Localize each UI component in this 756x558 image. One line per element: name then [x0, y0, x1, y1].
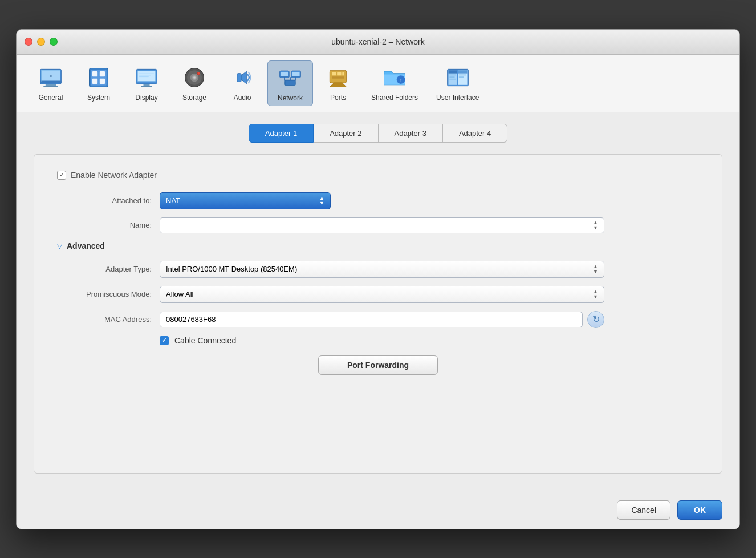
toolbar-item-user-interface[interactable]: User Interface: [428, 60, 487, 106]
tab-adapter1[interactable]: Adapter 1: [249, 124, 314, 143]
tab-adapter3[interactable]: Adapter 3: [379, 124, 443, 143]
svg-rect-54: [449, 74, 456, 75]
shared-folders-icon: ↑: [381, 64, 408, 91]
svg-rect-36: [285, 80, 295, 85]
mac-input[interactable]: [160, 312, 583, 327]
audio-icon: [229, 64, 256, 91]
svg-text:≡: ≡: [50, 74, 52, 79]
toolbar-label-user-interface: User Interface: [436, 94, 479, 102]
adapter-type-row: Adapter Type: Intel PRO/1000 MT Desktop …: [57, 261, 699, 278]
toolbar-item-network[interactable]: Network: [267, 60, 313, 106]
svg-rect-32: [280, 76, 290, 77]
adapter-type-arrows: ▲▼: [593, 264, 598, 274]
network-icon: [277, 64, 304, 92]
svg-rect-20: [139, 76, 148, 77]
promiscuous-select[interactable]: Allow All ▲▼: [160, 286, 604, 303]
storage-icon: [181, 64, 208, 91]
toolbar-label-display: Display: [135, 94, 157, 102]
toolbar-label-storage: Storage: [182, 94, 206, 102]
mac-label: MAC Address:: [57, 315, 160, 324]
toolbar-label-audio: Audio: [234, 94, 251, 102]
ports-icon: [324, 64, 352, 91]
svg-rect-18: [139, 73, 154, 74]
svg-rect-17: [141, 86, 152, 87]
attached-to-control: NAT ▲▼: [160, 192, 604, 209]
toolbar-label-system: System: [87, 94, 110, 102]
promiscuous-value: Allow All: [166, 290, 193, 298]
adapter-type-label: Adapter Type:: [57, 265, 160, 273]
cancel-button[interactable]: Cancel: [617, 500, 670, 520]
attached-to-select[interactable]: NAT ▲▼: [160, 192, 331, 209]
toolbar-item-shared-folders[interactable]: ↑ Shared Folders: [363, 60, 426, 106]
svg-rect-12: [100, 78, 105, 83]
svg-rect-34: [292, 72, 300, 76]
adapter-tabs: Adapter 1 Adapter 2 Adapter 3 Adapter 4: [34, 124, 722, 143]
display-icon: [133, 64, 160, 91]
attached-to-label: Attached to:: [57, 196, 160, 205]
bottom-bar: Cancel OK: [17, 491, 739, 529]
svg-rect-43: [337, 72, 341, 75]
svg-rect-11: [92, 78, 97, 83]
svg-rect-19: [139, 75, 151, 75]
promiscuous-arrows: ▲▼: [593, 289, 598, 300]
mac-input-row: ↻: [160, 311, 604, 328]
promiscuous-label: Promiscuous Mode:: [57, 290, 160, 298]
settings-panel: ✓ Enable Network Adapter Attached to: NA…: [34, 154, 722, 474]
name-control: ▲▼: [160, 217, 604, 233]
adapter-type-value: Intel PRO/1000 MT Desktop (82540EM): [166, 265, 297, 273]
svg-rect-28: [237, 73, 241, 82]
svg-rect-44: [342, 72, 344, 75]
cable-row: ✓ Cable Connected: [57, 336, 699, 345]
svg-rect-52: [448, 70, 457, 74]
svg-rect-35: [291, 76, 300, 77]
tab-adapter2[interactable]: Adapter 2: [314, 124, 378, 143]
name-label: Name:: [57, 221, 160, 229]
toolbar-label-network: Network: [278, 94, 303, 102]
ok-button[interactable]: OK: [677, 500, 722, 520]
triangle-icon: ▽: [57, 242, 62, 250]
toolbar-item-general[interactable]: ≡ General: [28, 60, 74, 106]
maximize-button[interactable]: [50, 38, 58, 46]
svg-rect-9: [92, 71, 97, 76]
main-window: ubuntu-xenial-2 – Network ≡ General: [16, 29, 740, 529]
svg-rect-58: [459, 76, 464, 78]
toolbar-item-audio[interactable]: Audio: [220, 60, 265, 106]
general-icon: ≡: [37, 64, 64, 91]
toolbar-item-ports[interactable]: Ports: [315, 60, 361, 106]
port-forwarding-button[interactable]: Port Forwarding: [318, 355, 438, 375]
svg-rect-53: [458, 70, 468, 74]
cable-checkbox[interactable]: ✓: [160, 336, 169, 345]
name-arrows: ▲▼: [593, 220, 598, 231]
toolbar: ≡ General System: [17, 55, 739, 112]
enable-checkbox[interactable]: ✓: [57, 171, 66, 180]
tab-adapter4[interactable]: Adapter 4: [443, 124, 507, 143]
svg-rect-55: [449, 76, 454, 78]
toolbar-label-shared-folders: Shared Folders: [371, 94, 418, 102]
mac-refresh-button[interactable]: ↻: [587, 311, 604, 328]
mac-control: ↻: [160, 311, 604, 328]
minimize-button[interactable]: [37, 38, 45, 46]
advanced-section: ▽ Advanced Adapter Type: Intel PRO/1000 …: [57, 241, 699, 375]
attached-to-value: NAT: [166, 196, 180, 205]
svg-point-25: [193, 76, 196, 79]
svg-text:↑: ↑: [400, 77, 403, 83]
titlebar: ubuntu-xenial-2 – Network: [17, 30, 739, 55]
svg-rect-16: [144, 84, 150, 86]
adapter-type-select[interactable]: Intel PRO/1000 MT Desktop (82540EM) ▲▼: [160, 261, 604, 278]
port-forwarding-row: Port Forwarding: [57, 355, 699, 375]
advanced-title: Advanced: [67, 241, 105, 250]
toolbar-label-general: General: [39, 94, 63, 102]
name-select[interactable]: ▲▼: [160, 217, 604, 233]
svg-rect-10: [100, 71, 105, 76]
toolbar-item-system[interactable]: System: [76, 60, 121, 106]
toolbar-item-display[interactable]: Display: [124, 60, 169, 106]
toolbar-item-storage[interactable]: Storage: [172, 60, 217, 106]
svg-rect-4: [43, 86, 58, 87]
name-row: Name: ▲▼: [57, 217, 699, 233]
close-button[interactable]: [25, 38, 32, 46]
attached-to-row: Attached to: NAT ▲▼: [57, 192, 699, 209]
adapter-type-control: Intel PRO/1000 MT Desktop (82540EM) ▲▼: [160, 261, 604, 278]
advanced-header[interactable]: ▽ Advanced: [57, 241, 699, 250]
mac-row: MAC Address: ↻: [57, 311, 699, 328]
svg-rect-42: [332, 72, 336, 75]
